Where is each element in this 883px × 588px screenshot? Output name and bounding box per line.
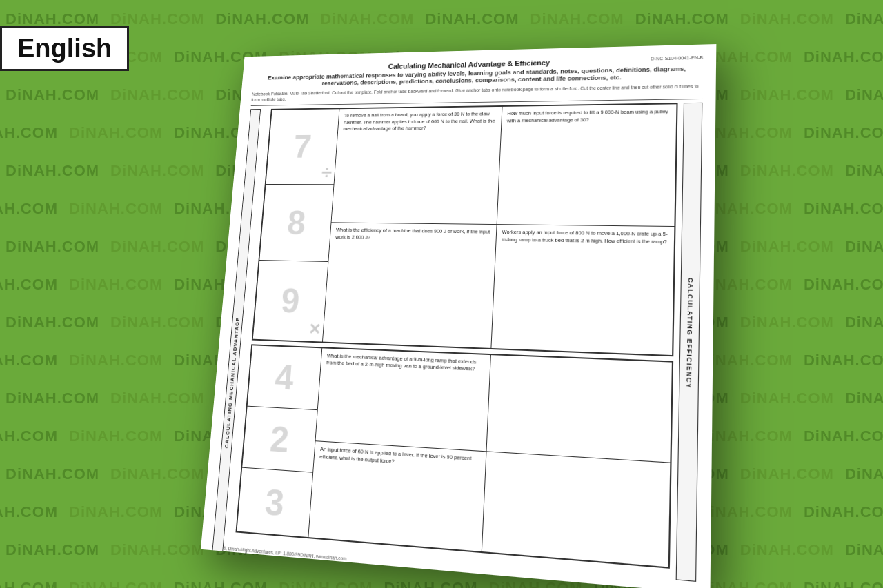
empty-cell-2: [482, 452, 670, 567]
question-1-text: To remove a nail from a board, you apply…: [343, 111, 495, 132]
question-column-top: To remove a nail from a board, you apply…: [323, 107, 502, 347]
number-cell-8: 8: [259, 185, 333, 263]
number-cell-3: 3: [237, 468, 312, 537]
number-8: 8: [286, 203, 308, 242]
number-9: 9: [280, 281, 301, 321]
number-7: 7: [292, 128, 312, 165]
question-column-bottom-left: What is the mechanical advantage of a 9-…: [308, 348, 490, 551]
english-badge: English: [0, 26, 129, 71]
number-cell-7: 7 ÷: [266, 109, 339, 184]
question-6-cell: An input force of 60 N is applied to a l…: [308, 441, 486, 551]
question-3-cell: How much input force is required to lift…: [497, 105, 676, 227]
question-2-cell: What is the efficiency of a machine that…: [323, 223, 496, 348]
number-cell-4: 4: [248, 345, 322, 410]
number-column-bottom: 4 2 3: [237, 345, 322, 538]
document-paper: Calculating Mechanical Advantage & Effic…: [201, 44, 716, 588]
number-3: 3: [264, 480, 286, 524]
center-content: 7 ÷ 8 9 × To remov: [235, 103, 677, 580]
number-2: 2: [268, 418, 290, 460]
question-4-text: Workers apply an input force of 800 N to…: [502, 229, 668, 245]
question-1-cell: To remove a nail from a board, you apply…: [331, 107, 502, 225]
document-wrapper: Calculating Mechanical Advantage & Effic…: [201, 44, 716, 588]
number-cell-9: 9 ×: [253, 261, 328, 341]
question-5-cell: What is the mechanical advantage of a 9-…: [315, 348, 490, 452]
question-5-text: What is the mechanical advantage of a 9-…: [326, 352, 477, 372]
empty-cell-1: [486, 355, 672, 463]
question-3-text: How much input force is required to lift…: [507, 109, 668, 123]
bottom-half-grid: 4 2 3 What is the mechanical advantage o…: [235, 344, 673, 569]
main-layout: CALCULATING MECHANICAL ADVANTAGE CALCULA…: [213, 103, 703, 582]
right-label-wrapper: CALCULATING EFFICIENCY: [676, 103, 703, 582]
paper-header: Calculating Mechanical Advantage & Effic…: [252, 55, 703, 88]
top-half-grid: 7 ÷ 8 9 × To remov: [252, 103, 678, 356]
question-column-bottom-right: [481, 355, 672, 567]
question-4-cell: Workers apply an input force of 800 N to…: [491, 225, 674, 354]
symbol-mult: ×: [308, 317, 321, 341]
right-label-efficiency: CALCULATING EFFICIENCY: [676, 103, 703, 582]
question-column-right-top: How much input force is required to lift…: [490, 105, 677, 355]
number-4: 4: [274, 356, 295, 398]
symbol-div: ÷: [321, 161, 333, 183]
number-cell-2: 2: [242, 406, 317, 473]
question-2-text: What is the efficiency of a machine that…: [335, 227, 490, 240]
